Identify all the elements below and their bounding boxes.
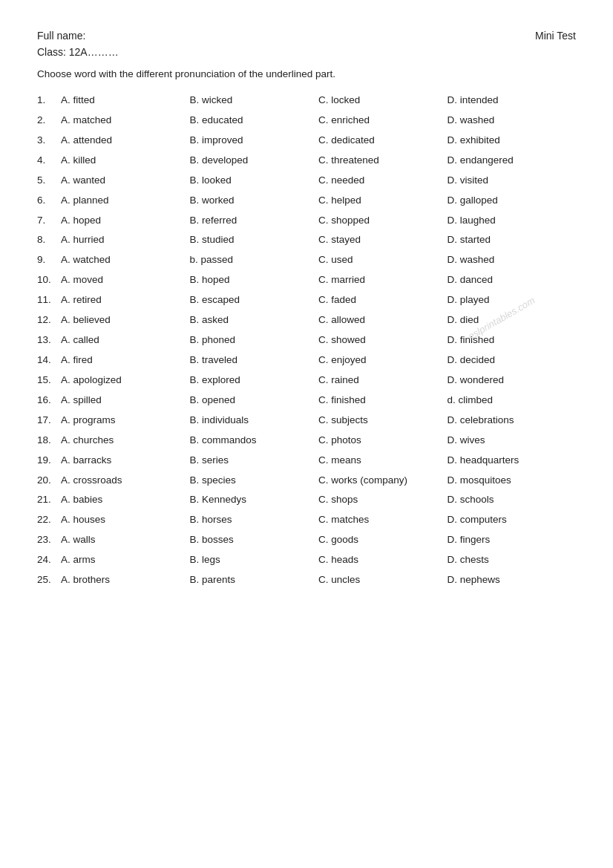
- instruction: Choose word with the different pronuncia…: [37, 68, 576, 79]
- table-row: 4.A. killedB. developedC. threatenedD. e…: [37, 153, 576, 169]
- question-number: 1.: [37, 93, 61, 108]
- question-number: 12.: [37, 313, 61, 328]
- option-b: B. phoned: [190, 333, 319, 348]
- option-d: D. nephews: [448, 572, 577, 588]
- option-a: A. retired: [61, 293, 190, 308]
- option-c: C. matches: [318, 512, 448, 528]
- option-c: C. needed: [318, 173, 448, 189]
- option-b: B. opened: [190, 393, 319, 408]
- question-number: 10.: [37, 273, 61, 288]
- option-a: A. barracks: [61, 453, 190, 469]
- option-c: C. heads: [318, 552, 448, 568]
- question-options: A. killedB. developedC. threatenedD. end…: [61, 153, 576, 169]
- question-options: A. crossroadsB. speciesC. works (company…: [61, 473, 576, 489]
- option-a: A. hurried: [61, 232, 190, 248]
- question-number: 11.: [37, 293, 61, 308]
- table-row: 21.A. babiesB. KennedysC. shopsD. school…: [37, 492, 576, 508]
- question-number: 3.: [37, 133, 61, 149]
- question-number: 23.: [37, 532, 61, 548]
- question-number: 21.: [37, 492, 61, 508]
- table-row: 14.A. firedB. traveledC. enjoyedD. decid…: [37, 353, 576, 368]
- question-number: 25.: [37, 572, 61, 588]
- option-a: A. programs: [61, 413, 190, 428]
- option-c: C. finished: [318, 393, 448, 408]
- option-d: D. chests: [448, 552, 577, 568]
- option-a: A. brothers: [61, 572, 190, 588]
- option-d: D. washed: [448, 113, 577, 128]
- question-number: 5.: [37, 173, 61, 189]
- option-d: D. died: [448, 313, 577, 328]
- table-row: 13.A. calledB. phonedC. showedD. finishe…: [37, 333, 576, 348]
- option-b: B. developed: [190, 153, 319, 169]
- full-name-label: Full name:: [37, 30, 85, 42]
- option-b: B. looked: [190, 173, 319, 189]
- table-row: 25.A. brothersB. parentsC. unclesD. neph…: [37, 572, 576, 588]
- option-c: C. photos: [318, 433, 448, 448]
- question-number: 19.: [37, 453, 61, 469]
- question-options: A. hopedB. referredC. shoppedD. laughed: [61, 213, 576, 229]
- table-row: 24.A. armsB. legsC. headsD. chests: [37, 552, 576, 568]
- option-a: A. apologized: [61, 373, 190, 388]
- class-row: Class: 12A………: [37, 46, 576, 58]
- table-row: 10.A. movedB. hopedC. marriedD. danced: [37, 273, 576, 288]
- question-number: 9.: [37, 252, 61, 268]
- option-c: C. faded: [318, 293, 448, 308]
- option-d: D. intended: [448, 93, 577, 108]
- table-row: 17.A. programsB. individualsC. subjectsD…: [37, 413, 576, 428]
- option-a: A. walls: [61, 532, 190, 548]
- question-options: A. churchesB. commandosC. photosD. wives: [61, 433, 576, 448]
- question-options: A. believedB. askedC. allowedD. died: [61, 313, 576, 328]
- option-d: D. celebrations: [448, 413, 577, 428]
- option-b: B. traveled: [190, 353, 319, 368]
- question-options: A. matchedB. educatedC. enrichedD. washe…: [61, 113, 576, 128]
- option-a: A. spilled: [61, 393, 190, 408]
- option-b: B. species: [190, 473, 319, 489]
- question-options: A. attendedB. improvedC. dedicatedD. exh…: [61, 133, 576, 149]
- option-c: C. dedicated: [318, 133, 448, 149]
- question-options: A. plannedB. workedC. helpedD. galloped: [61, 193, 576, 209]
- table-row: 1.A. fittedB. wickedC. lockedD. intended: [37, 93, 576, 108]
- option-d: D. mosquitoes: [448, 473, 577, 489]
- question-options: A. apologizedB. exploredC. rainedD. wond…: [61, 373, 576, 388]
- question-number: 20.: [37, 473, 61, 489]
- table-row: 19.A. barracksB. seriesC. meansD. headqu…: [37, 453, 576, 469]
- option-b: B. bosses: [190, 532, 319, 548]
- option-b: B. parents: [190, 572, 319, 588]
- question-number: 14.: [37, 353, 61, 368]
- option-b: B. escaped: [190, 293, 319, 308]
- question-number: 7.: [37, 213, 61, 229]
- option-a: A. arms: [61, 552, 190, 568]
- table-row: 2.A. matchedB. educatedC. enrichedD. was…: [37, 113, 576, 128]
- table-row: 20.A. crossroadsB. speciesC. works (comp…: [37, 473, 576, 489]
- option-c: C. goods: [318, 532, 448, 548]
- question-list: 1.A. fittedB. wickedC. lockedD. intended…: [37, 93, 576, 588]
- option-d: D. laughed: [448, 213, 577, 229]
- question-options: A. brothersB. parentsC. unclesD. nephews: [61, 572, 576, 588]
- option-d: D. endangered: [448, 153, 577, 169]
- option-c: C. married: [318, 273, 448, 288]
- option-d: D. computers: [448, 512, 577, 528]
- option-a: A. killed: [61, 153, 190, 169]
- option-c: C. used: [318, 252, 448, 268]
- option-d: D. finished: [448, 333, 577, 348]
- option-d: D. started: [448, 232, 577, 248]
- table-row: 8.A. hurriedB. studiedC. stayedD. starte…: [37, 232, 576, 248]
- table-row: 23.A. wallsB. bossesC. goodsD. fingers: [37, 532, 576, 548]
- option-d: D. washed: [448, 252, 577, 268]
- table-row: 9.A. watchedb. passedC. usedD. washed: [37, 252, 576, 268]
- question-options: A. hurriedB. studiedC. stayedD. started: [61, 232, 576, 248]
- option-b: B. Kennedys: [190, 492, 319, 508]
- option-b: B. explored: [190, 373, 319, 388]
- option-a: A. churches: [61, 433, 190, 448]
- option-c: C. uncles: [318, 572, 448, 588]
- option-a: A. planned: [61, 193, 190, 209]
- option-c: C. shops: [318, 492, 448, 508]
- question-number: 8.: [37, 232, 61, 248]
- option-d: D. exhibited: [448, 133, 577, 149]
- question-options: A. wantedB. lookedC. neededD. visited: [61, 173, 576, 189]
- option-b: b. passed: [190, 252, 319, 268]
- table-row: 12.A. believedB. askedC. allowedD. died: [37, 313, 576, 328]
- table-row: 18.A. churchesB. commandosC. photosD. wi…: [37, 433, 576, 448]
- option-a: A. fitted: [61, 93, 190, 108]
- table-row: 15.A. apologizedB. exploredC. rainedD. w…: [37, 373, 576, 388]
